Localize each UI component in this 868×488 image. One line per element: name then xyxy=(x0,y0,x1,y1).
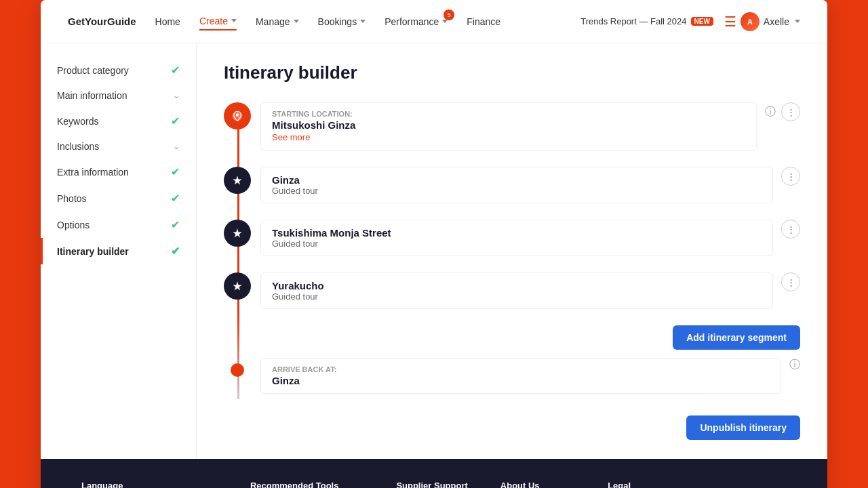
sidebar-item-main-information[interactable]: Main information ⌄ xyxy=(41,83,196,108)
segment-info-tsukishima: Tsukishima Monja Street Guided tour xyxy=(260,220,773,256)
footer-legal-col: Legal Privacy Policy Legal Notice Suppli… xyxy=(608,481,718,488)
bookings-chevron-icon xyxy=(360,20,366,23)
start-dot xyxy=(224,102,251,129)
ginza-options-button[interactable]: ⋮ xyxy=(781,167,800,186)
itinerary-row-tsukishima: Tsukishima Monja Street Guided tour ⋮ xyxy=(224,220,800,256)
footer-recommended-col: Recommended Tools Reservation System Int… xyxy=(250,481,363,488)
segment-name: Yurakucho xyxy=(272,280,762,291)
tsukishima-options-button[interactable]: ⋮ xyxy=(781,220,800,239)
check-icon: ✔ xyxy=(171,64,180,77)
info-button[interactable]: ⓘ xyxy=(765,105,776,119)
arrive-dot-wrap xyxy=(224,358,244,377)
check-icon: ✔ xyxy=(171,115,180,127)
manage-chevron-icon xyxy=(294,20,299,23)
performance-badge: 5 xyxy=(443,9,454,20)
add-segment-area: Add itinerary segment xyxy=(224,325,800,350)
nav-left: GetYourGuide Home Create Manage Bookings… xyxy=(68,13,500,30)
unpublish-row: Unpublish itinerary xyxy=(224,405,800,440)
options-button[interactable]: ⋮ xyxy=(781,102,800,121)
itinerary-row-start: Starting location: Mitsukoshi Ginza See … xyxy=(224,102,800,150)
start-label: Starting location: xyxy=(272,110,745,118)
segment-dot-yurakucho xyxy=(224,272,251,300)
user-chevron-icon xyxy=(795,20,800,23)
itinerary-row-yurakucho: Yurakucho Guided tour ⋮ xyxy=(224,272,800,309)
footer: Language 🇺🇸 English (United States) © 20… xyxy=(41,459,827,488)
segment-info-yurakucho: Yurakucho Guided tour xyxy=(260,272,773,309)
segment-type: Guided tour xyxy=(272,239,762,249)
nav-item-finance[interactable]: Finance xyxy=(467,14,500,30)
ginza-actions: ⋮ xyxy=(781,167,800,186)
arrive-dot xyxy=(231,363,244,377)
segment-name: Tsukishima Monja Street xyxy=(272,227,762,239)
footer-language-label: Language xyxy=(81,481,218,488)
nav-item-home[interactable]: Home xyxy=(155,14,180,30)
nav-item-bookings[interactable]: Bookings xyxy=(318,14,366,30)
sidebar-item-inclusions[interactable]: Inclusions ⌄ xyxy=(41,134,196,159)
sidebar-item-options[interactable]: Options ✔ xyxy=(41,211,196,238)
yurakucho-actions: ⋮ xyxy=(781,272,800,291)
unpublish-itinerary-button[interactable]: Unpublish itinerary xyxy=(686,415,800,440)
check-icon: ✔ xyxy=(171,165,180,178)
check-icon: ✔ xyxy=(171,192,180,205)
footer-supplier-col: Supplier Support Contact FAQs Growth Hub xyxy=(396,481,467,488)
location-icon xyxy=(231,110,243,122)
nav-item-manage[interactable]: Manage xyxy=(256,14,299,30)
arrive-info: Arrive back at: Ginza xyxy=(260,358,781,394)
segment-name: Ginza xyxy=(272,174,762,186)
main-content: Product category ✔ Main information ⌄ Ke… xyxy=(41,43,827,459)
segment-type: Guided tour xyxy=(272,186,762,196)
segment-dot-tsukishima xyxy=(224,220,251,247)
footer-supplier-title: Supplier Support xyxy=(396,481,467,488)
see-more-link[interactable]: See more xyxy=(272,132,310,142)
sparkle-icon xyxy=(232,228,243,239)
new-badge: NEW xyxy=(691,17,713,26)
check-icon: ✔ xyxy=(171,245,180,258)
sidebar-item-extra-information[interactable]: Extra information ✔ xyxy=(41,159,196,185)
chevron-down-icon: ⌄ xyxy=(173,142,180,151)
segment-dot-ginza xyxy=(224,167,251,194)
chevron-down-icon: ⌄ xyxy=(173,91,180,100)
check-icon: ✔ xyxy=(171,218,180,231)
page-area: Itinerary builder Starting location: xyxy=(197,43,827,459)
footer-language-col: Language 🇺🇸 English (United States) © 20… xyxy=(81,481,218,488)
footer-legal-title: Legal xyxy=(608,481,718,488)
segment-info-ginza: Ginza Guided tour xyxy=(260,167,773,203)
yurakucho-options-button[interactable]: ⋮ xyxy=(781,272,800,291)
sidebar-item-photos[interactable]: Photos ✔ xyxy=(41,185,196,211)
user-menu[interactable]: ☰ A Axelle xyxy=(724,12,800,31)
arrive-info-button[interactable]: ⓘ xyxy=(789,358,800,372)
add-itinerary-segment-button[interactable]: Add itinerary segment xyxy=(673,325,800,350)
create-chevron-icon xyxy=(231,19,237,22)
start-actions: ⓘ ⋮ xyxy=(765,102,800,121)
arrive-actions: ⓘ xyxy=(789,358,800,372)
nav-item-performance[interactable]: Performance 5 xyxy=(384,14,448,30)
nav-item-create[interactable]: Create xyxy=(199,13,237,30)
tsukishima-actions: ⋮ xyxy=(781,220,800,239)
footer-about-title: About Us xyxy=(500,481,575,488)
itinerary-row-ginza: Ginza Guided tour ⋮ xyxy=(224,167,800,203)
sidebar-item-keywords[interactable]: Keywords ✔ xyxy=(41,108,196,134)
start-location-info: Starting location: Mitsukoshi Ginza See … xyxy=(260,102,757,150)
itinerary-container: Starting location: Mitsukoshi Ginza See … xyxy=(224,102,800,440)
footer-recommended-title: Recommended Tools xyxy=(250,481,363,488)
user-name: Axelle xyxy=(764,16,789,27)
trends-report[interactable]: Trends Report — Fall 2024 NEW xyxy=(580,16,713,26)
sidebar-item-product-category[interactable]: Product category ✔ xyxy=(41,57,196,83)
arrive-row: Arrive back at: Ginza ⓘ xyxy=(224,358,800,394)
sparkle-icon xyxy=(232,175,243,186)
performance-chevron-icon xyxy=(442,20,448,23)
equalizer-icon: ☰ xyxy=(724,14,736,30)
sidebar-item-itinerary-builder[interactable]: Itinerary builder ✔ xyxy=(41,238,196,264)
nav-right: Trends Report — Fall 2024 NEW ☰ A Axelle xyxy=(580,12,800,31)
sidebar: Product category ✔ Main information ⌄ Ke… xyxy=(41,43,197,459)
arrive-label: Arrive back at: xyxy=(272,365,770,373)
page-title: Itinerary builder xyxy=(224,62,800,83)
segment-type: Guided tour xyxy=(272,291,762,302)
arrive-name: Ginza xyxy=(272,375,770,386)
start-name: Mitsukoshi Ginza xyxy=(272,119,745,131)
footer-about-col: About Us About GetYourGuide Customer Web… xyxy=(500,481,575,488)
svg-point-1 xyxy=(236,113,239,117)
top-nav: GetYourGuide Home Create Manage Bookings… xyxy=(41,0,827,43)
nav-logo: GetYourGuide xyxy=(68,16,136,27)
avatar: A xyxy=(741,12,760,31)
